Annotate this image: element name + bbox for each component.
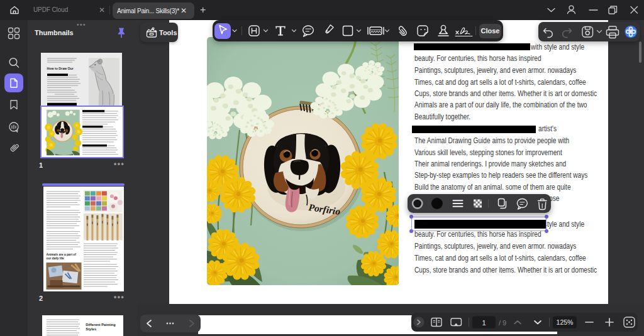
svg-text:1: 1 (482, 319, 486, 327)
svg-text:125%: 125% (557, 318, 574, 326)
svg-text:/ 9: / 9 (499, 319, 506, 327)
svg-text:our daily life: our daily life (47, 256, 64, 260)
svg-text:How to Draw Our: How to Draw Our (47, 67, 74, 70)
svg-text:Styles: Styles (86, 327, 97, 331)
svg-text:Animals are a part of: Animals are a part of (47, 252, 77, 256)
svg-text:Different Painting: Different Painting (86, 323, 116, 327)
